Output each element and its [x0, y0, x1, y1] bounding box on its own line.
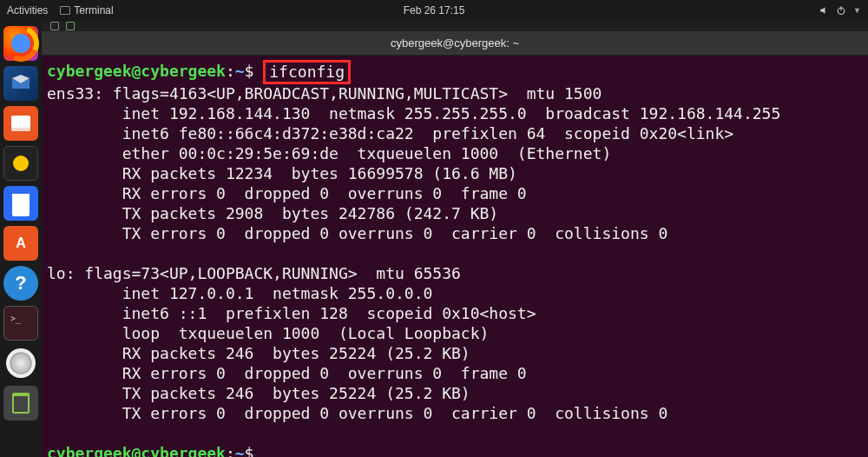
status-area[interactable]: ▼	[819, 5, 861, 16]
prompt-dollar: $	[245, 62, 254, 80]
disk-icon	[6, 348, 36, 378]
terminal-menu-button[interactable]: Terminal	[60, 4, 113, 17]
prompt-path: ~	[235, 444, 245, 457]
prompt-sep: :	[226, 62, 235, 80]
prompt-user: cybergeek@cybergeek	[47, 444, 226, 457]
rhythmbox-launcher[interactable]	[3, 146, 38, 181]
terminal-app-icon	[60, 6, 70, 15]
clock[interactable]: Feb 26 17:15	[404, 4, 465, 17]
volume-icon	[819, 5, 829, 16]
terminal-menu-label: Terminal	[74, 4, 113, 17]
dock: ?	[0, 21, 42, 457]
help-launcher[interactable]: ?	[3, 266, 38, 301]
prompt-path: ~	[235, 62, 245, 80]
activities-button[interactable]: Activities	[7, 4, 48, 17]
power-icon	[836, 5, 846, 16]
firefox-launcher[interactable]	[3, 26, 38, 61]
thunderbird-icon	[9, 71, 33, 96]
terminal-body[interactable]: cybergeek@cybergeek:~$ ifconfig ens33: f…	[42, 56, 868, 457]
prompt-sep: :	[226, 444, 235, 457]
topbar-left: Activities Terminal	[7, 4, 114, 17]
prompt-dollar: $	[245, 444, 254, 457]
window-control-icon[interactable]	[50, 22, 59, 30]
files-launcher[interactable]	[3, 106, 38, 141]
disk-launcher[interactable]	[3, 346, 38, 381]
window-title: cybergeek@cybergeek: ~	[391, 36, 519, 50]
command-highlight: ifconfig	[263, 60, 351, 84]
terminal-launcher[interactable]	[3, 306, 38, 341]
terminal-window: cybergeek@cybergeek: ~ cybergeek@cyberge…	[42, 21, 868, 457]
gnome-topbar: Activities Terminal Feb 26 17:15 ▼	[0, 0, 868, 21]
trash-launcher[interactable]	[3, 386, 38, 421]
command-text: ifconfig	[269, 63, 345, 81]
libreoffice-writer-launcher[interactable]	[3, 186, 38, 221]
software-center-launcher[interactable]	[3, 226, 38, 261]
window-controls	[42, 21, 868, 31]
window-control-icon[interactable]	[66, 22, 75, 30]
thunderbird-launcher[interactable]	[3, 66, 38, 101]
titlebar[interactable]: cybergeek@cybergeek: ~	[42, 31, 868, 56]
chevron-down-icon: ▼	[853, 6, 861, 15]
prompt-user: cybergeek@cybergeek	[47, 62, 226, 80]
terminal-output: ens33: flags=4163<UP,BROADCAST,RUNNING,M…	[47, 84, 780, 422]
